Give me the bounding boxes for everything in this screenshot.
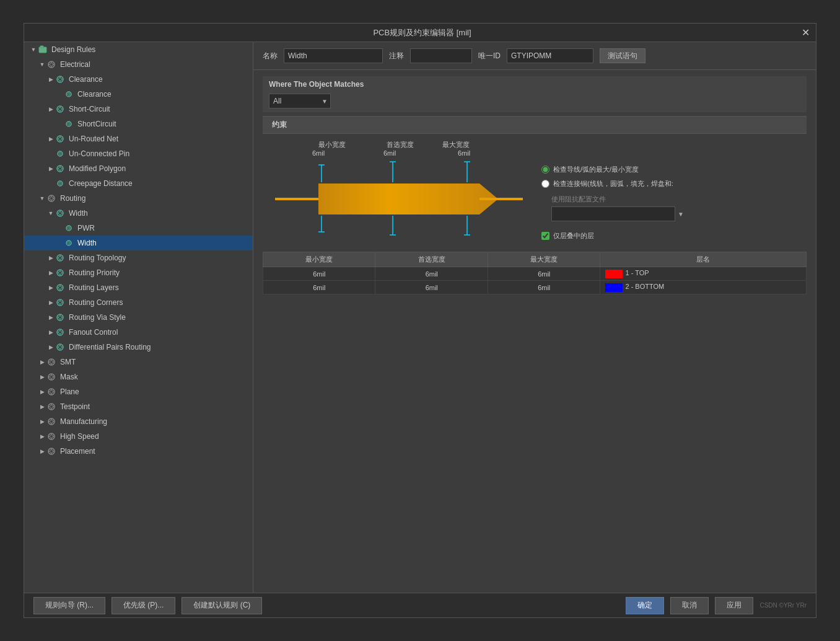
tree-arrow-fanout-control: ▶ <box>46 329 55 335</box>
radio-connected-copper[interactable] <box>541 180 549 188</box>
tree-item-routing-priority[interactable]: ▶ Routing Priority <box>24 265 253 280</box>
table-row[interactable]: 6mil6mil6mil2 - BOTTOM <box>263 281 807 294</box>
tree-item-plane[interactable]: ▶ Plane <box>24 384 253 399</box>
tree-label-routing-priority: Routing Priority <box>69 268 120 277</box>
rule-body: Where The Object Matches All ▼ 约束 <box>253 70 816 593</box>
tree-icon-testpoint <box>46 402 56 412</box>
ok-btn[interactable]: 确定 <box>626 597 664 614</box>
tree-item-routing-corners[interactable]: ▶ Routing Corners <box>24 295 253 310</box>
cell-max-1: 6mil <box>488 281 600 294</box>
svg-point-15 <box>68 93 70 95</box>
apply-btn[interactable]: 应用 <box>715 597 753 614</box>
svg-point-25 <box>59 138 62 141</box>
tree-arrow-routing-corners: ▶ <box>46 299 55 306</box>
tree-item-routing-via-style[interactable]: ▶ Routing Via Style <box>24 310 253 325</box>
tree-icon-width-item <box>64 238 74 248</box>
tree-item-high-speed[interactable]: ▶ High Speed <box>24 429 253 444</box>
comment-input[interactable] <box>410 48 472 63</box>
tree-arrow-electrical: ▼ <box>38 61 46 68</box>
tree-item-testpoint[interactable]: ▶ Testpoint <box>24 399 253 414</box>
priority-btn[interactable]: 优先级 (P)... <box>112 597 175 614</box>
tree-item-routing-layers[interactable]: ▶ Routing Layers <box>24 280 253 295</box>
tree-item-electrical[interactable]: ▼ Electrical <box>24 57 253 72</box>
tree-icon-un-connected-pin <box>55 149 65 159</box>
svg-point-17 <box>59 108 62 111</box>
cell-preferred-1: 6mil <box>375 281 488 294</box>
impedance-dropdown-arrow[interactable]: ▼ <box>678 211 684 218</box>
tree-item-modified-polygon[interactable]: ▶ Modified Polygon <box>24 161 253 176</box>
layer-color-0 <box>605 270 623 278</box>
tree-item-clearance-group[interactable]: ▶ Clearance <box>24 72 253 87</box>
svg-point-135 <box>50 450 53 453</box>
tree-arrow-high-speed: ▶ <box>38 433 46 440</box>
tree-item-fanout-control[interactable]: ▶ Fanout Control <box>24 325 253 340</box>
width-table: 最小宽度 首选宽度 最大宽度 层名 6mil6mil6mil1 - TOP6mi… <box>263 252 807 294</box>
tree-item-smt[interactable]: ▶ SMT <box>24 355 253 369</box>
tree-item-un-connected-pin[interactable]: Un-Connected Pin <box>24 146 253 161</box>
unique-id-input[interactable] <box>507 48 593 63</box>
match-dropdown[interactable]: All <box>269 94 331 108</box>
tree-item-routing-topology[interactable]: ▶ Routing Topology <box>24 250 253 265</box>
svg-point-75 <box>59 301 62 304</box>
tree-label-design-rules: Design Rules <box>51 45 95 54</box>
cell-max-0: 6mil <box>488 267 600 281</box>
tree-item-short-circuit-item[interactable]: ShortCircuit <box>24 117 253 131</box>
tree-item-creepage-distance[interactable]: Creepage Distance <box>24 176 253 191</box>
tree-item-pwr[interactable]: PWR <box>24 221 253 236</box>
tree-item-manufacturing[interactable]: ▶ Manufacturing <box>24 414 253 429</box>
table-row[interactable]: 6mil6mil6mil1 - TOP <box>263 267 807 281</box>
col-min: 最小宽度 <box>263 252 375 267</box>
rule-header: 名称 注释 唯一ID 测试语句 <box>253 42 816 70</box>
tree-label-short-circuit-item: ShortCircuit <box>77 120 116 128</box>
col-layer: 层名 <box>600 252 807 267</box>
tree-label-pwr: PWR <box>77 224 95 232</box>
tree-label-routing-layers: Routing Layers <box>69 283 119 292</box>
tree-arrow-routing: ▼ <box>38 195 46 201</box>
tree-icon-diff-pairs <box>55 342 65 352</box>
layers-only-checkbox[interactable] <box>541 232 549 240</box>
tree-label-smt: SMT <box>60 358 76 366</box>
name-label: 名称 <box>263 51 278 61</box>
create-default-btn[interactable]: 创建默认规则 (C) <box>182 597 262 614</box>
cell-min-0: 6mil <box>263 267 375 281</box>
impedance-input[interactable] <box>551 206 675 221</box>
width-diagram: 最小宽度 首选宽度 6mil 6mil <box>263 140 529 245</box>
svg-point-57 <box>59 257 62 260</box>
cancel-btn[interactable]: 取消 <box>670 597 709 614</box>
tree-arrow-smt: ▶ <box>38 359 46 365</box>
tree-label-mask: Mask <box>60 373 78 381</box>
impedance-section: 使用阻抗配置文件 ▼ <box>551 195 684 221</box>
tree-icon-modified-polygon <box>55 164 65 174</box>
tree-icon-routing <box>46 193 56 203</box>
tree-item-diff-pairs[interactable]: ▶ Differential Pairs Routing <box>24 340 253 355</box>
tree-item-clearance-item[interactable]: Clearance <box>24 87 253 102</box>
window-title: PCB规则及约束编辑器 [mil] <box>43 27 802 38</box>
tree-arrow-clearance-group: ▶ <box>46 76 55 82</box>
tree-label-width: Width <box>69 209 88 218</box>
col-preferred: 首选宽度 <box>375 252 488 267</box>
tree-item-mask[interactable]: ▶ Mask <box>24 369 253 384</box>
tree-item-un-routed-net[interactable]: ▶ Un-Routed Net <box>24 131 253 146</box>
tree-label-short-circuit: Short-Circuit <box>69 105 110 113</box>
svg-point-111 <box>50 391 53 394</box>
tree-item-placement[interactable]: ▶ Placement <box>24 444 253 459</box>
wizard-btn[interactable]: 规则向导 (R)... <box>33 597 105 614</box>
test-btn[interactable]: 测试语句 <box>600 48 645 63</box>
right-panel: 名称 注释 唯一ID 测试语句 Where The Object Matches… <box>253 42 816 593</box>
comment-label: 注释 <box>389 51 404 61</box>
name-input[interactable] <box>284 48 383 63</box>
tree-item-design-rules[interactable]: ▼Design Rules <box>24 42 253 57</box>
tree-item-width[interactable]: ▼ Width <box>24 206 253 221</box>
where-title: Where The Object Matches <box>269 80 800 89</box>
tree-icon-routing-priority <box>55 268 65 278</box>
preferred-width-value-label: 6mil <box>383 149 396 157</box>
tree-item-routing[interactable]: ▼ Routing <box>24 191 253 206</box>
close-button[interactable]: ✕ <box>802 27 810 38</box>
cell-preferred-0: 6mil <box>375 267 488 281</box>
tree-icon-routing-topology <box>55 253 65 263</box>
tree-arrow-short-circuit: ▶ <box>46 106 55 112</box>
tree-item-short-circuit[interactable]: ▶ Short-Circuit <box>24 102 253 117</box>
tree-item-width-item[interactable]: Width <box>24 236 253 250</box>
radio-track-arc[interactable] <box>541 166 549 174</box>
tree-label-high-speed: High Speed <box>60 432 99 441</box>
